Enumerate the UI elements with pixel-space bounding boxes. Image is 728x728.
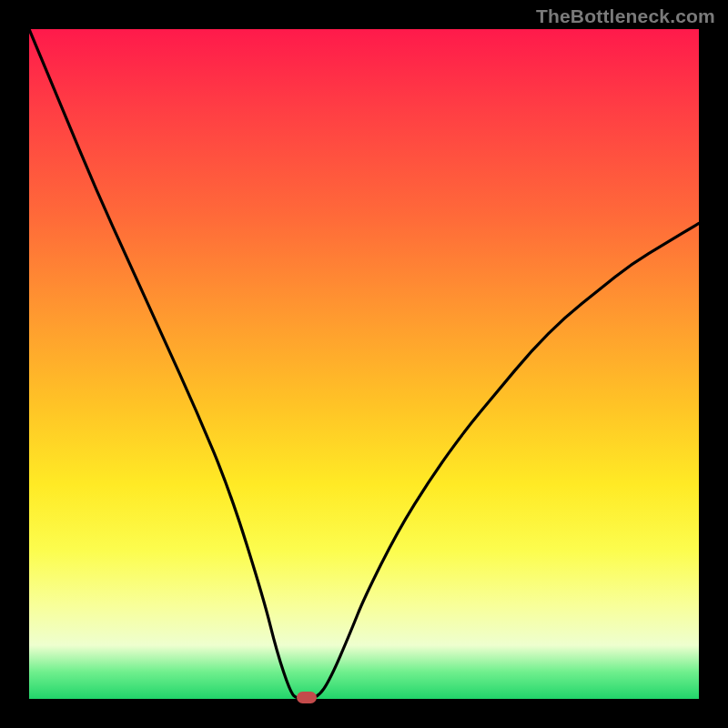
chart-frame: TheBottleneck.com (0, 0, 728, 728)
optimal-point-marker (297, 692, 317, 703)
watermark-text: TheBottleneck.com (536, 5, 715, 27)
plot-area (29, 29, 699, 699)
bottleneck-curve (29, 29, 699, 699)
